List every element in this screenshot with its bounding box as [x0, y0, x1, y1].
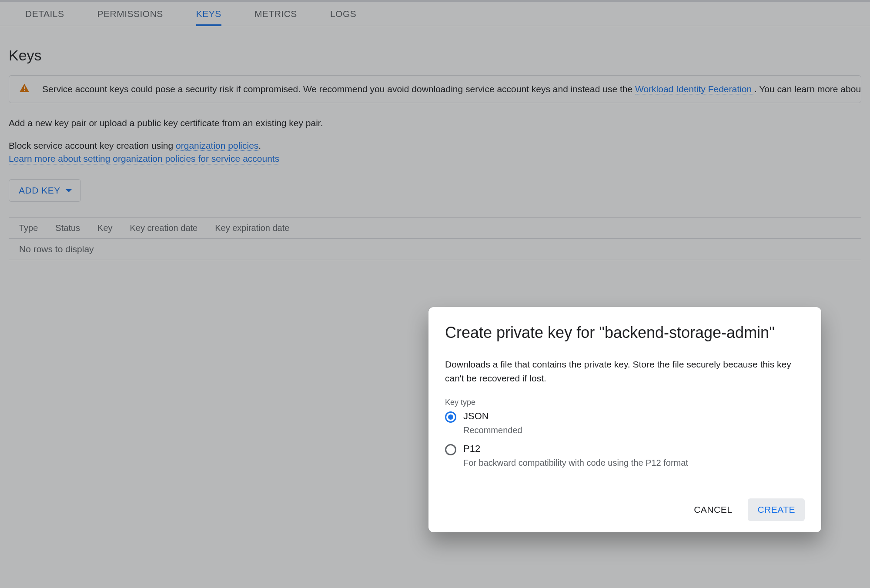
- create-private-key-dialog: Create private key for "backend-storage-…: [428, 307, 821, 532]
- radio-json[interactable]: JSON: [445, 411, 805, 423]
- dialog-description: Downloads a file that contains the priva…: [445, 357, 805, 385]
- cancel-button[interactable]: CANCEL: [684, 498, 742, 521]
- radio-json-sub: Recommended: [463, 425, 805, 435]
- radio-json-label: JSON: [463, 411, 489, 422]
- radio-json-input[interactable]: [445, 411, 456, 423]
- radio-p12[interactable]: P12: [445, 443, 805, 455]
- key-type-label: Key type: [445, 398, 805, 407]
- dialog-title: Create private key for "backend-storage-…: [445, 324, 805, 342]
- radio-p12-sub: For backward compatibility with code usi…: [463, 458, 805, 468]
- create-button[interactable]: CREATE: [748, 498, 805, 521]
- radio-p12-input[interactable]: [445, 444, 456, 455]
- dialog-actions: CANCEL CREATE: [445, 498, 805, 521]
- radio-p12-label: P12: [463, 443, 480, 454]
